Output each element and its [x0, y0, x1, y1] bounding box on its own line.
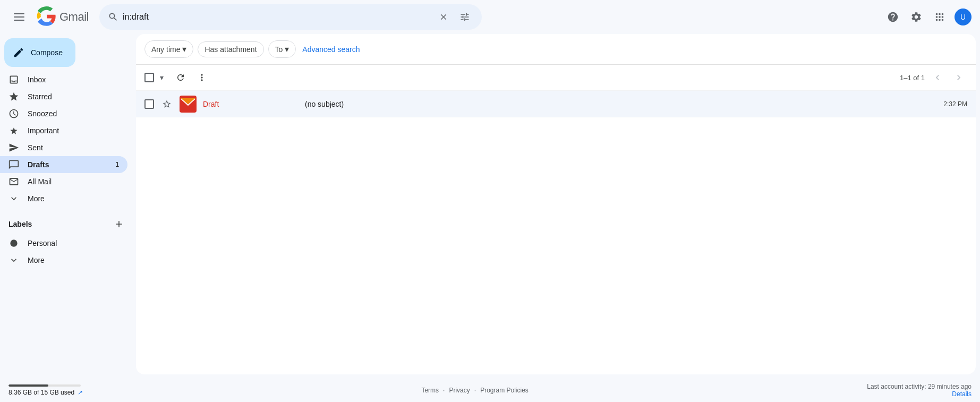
sender-name: Draft — [203, 100, 299, 108]
all-mail-label: All Mail — [28, 177, 119, 186]
search-input-wrapper — [99, 4, 482, 30]
email-time: 2:32 PM — [943, 100, 967, 108]
any-time-chip[interactable]: Any time ▾ — [144, 40, 193, 58]
chevron-right-icon — [953, 72, 964, 83]
search-bar — [99, 4, 482, 30]
compose-button[interactable]: Compose — [4, 38, 75, 67]
has-attachment-chip[interactable]: Has attachment — [198, 41, 263, 57]
content-area: Any time ▾ Has attachment To ▾ Advanced … — [136, 34, 976, 374]
more-icon-2 — [8, 255, 19, 266]
sidebar-item-starred[interactable]: Starred — [0, 88, 127, 105]
privacy-link[interactable]: Privacy — [449, 387, 470, 394]
personal-label: Personal — [28, 239, 119, 247]
avatar[interactable]: U — [955, 8, 972, 25]
close-icon — [439, 12, 448, 22]
personal-icon — [8, 238, 19, 249]
select-all-wrapper: ▾ — [144, 71, 168, 84]
gmail-g-icon — [36, 6, 57, 28]
has-attachment-label: Has attachment — [204, 45, 257, 54]
help-button[interactable] — [882, 6, 904, 28]
storage-bar — [8, 384, 81, 387]
email-toolbar: ▾ 1–1 of 1 — [136, 65, 976, 91]
search-clear-button[interactable] — [435, 8, 452, 25]
storage-fill — [8, 384, 48, 387]
svg-rect-1 — [14, 16, 24, 18]
star-icon — [162, 99, 172, 109]
terms-link[interactable]: Terms — [421, 387, 439, 394]
menu-button[interactable] — [8, 6, 30, 28]
select-all-checkbox[interactable] — [144, 73, 154, 82]
storage-used-text: 8.36 GB of 15 GB used — [8, 389, 74, 396]
draft-icon — [180, 96, 197, 113]
star-button[interactable] — [160, 98, 173, 110]
svg-rect-2 — [14, 20, 24, 21]
sidebar-item-important[interactable]: Important — [0, 122, 127, 139]
footer-left: 8.36 GB of 15 GB used ↗ — [8, 384, 83, 396]
sidebar-item-drafts[interactable]: Drafts 1 — [0, 156, 127, 173]
tune-icon — [459, 12, 470, 22]
labels-title: Labels — [8, 220, 32, 228]
footer-links: Terms · Privacy · Program Policies — [421, 387, 528, 394]
drafts-icon — [8, 159, 19, 170]
drafts-count: 1 — [115, 161, 119, 168]
email-checkbox[interactable] — [144, 99, 154, 109]
sidebar-item-sent[interactable]: Sent — [0, 139, 127, 156]
gmail-logo: Gmail — [36, 6, 89, 28]
search-input[interactable] — [123, 12, 431, 22]
more-icon-1 — [8, 193, 19, 204]
to-label: To — [275, 45, 283, 54]
select-dropdown-button[interactable]: ▾ — [155, 71, 168, 84]
add-icon — [114, 219, 124, 229]
sidebar-item-personal[interactable]: Personal — [0, 235, 127, 252]
sidebar-item-snoozed[interactable]: Snoozed — [0, 105, 127, 122]
important-icon — [8, 125, 19, 136]
important-label: Important — [28, 126, 119, 135]
details-link[interactable]: Details — [952, 390, 972, 398]
svg-rect-0 — [14, 13, 24, 14]
labels-section-header: Labels — [0, 207, 136, 235]
storage-text-row: 8.36 GB of 15 GB used ↗ — [8, 389, 83, 396]
starred-label: Starred — [28, 92, 119, 101]
program-policies-link[interactable]: Program Policies — [480, 387, 529, 394]
topbar: Gmail — [0, 0, 980, 34]
drafts-label: Drafts — [28, 160, 107, 169]
more-label-1: More — [28, 194, 119, 203]
draft-envelope-icon — [181, 98, 195, 110]
more-vert-icon — [197, 72, 207, 83]
search-options-button[interactable] — [456, 8, 473, 25]
topbar-right: U — [882, 6, 972, 28]
add-label-button[interactable] — [110, 216, 127, 233]
any-time-arrow: ▾ — [182, 44, 186, 54]
pagination-info: 1–1 of 1 — [900, 74, 925, 82]
footer: 8.36 GB of 15 GB used ↗ Terms · Privacy … — [0, 379, 980, 402]
svg-rect-6 — [181, 98, 195, 110]
sidebar-item-more2[interactable]: More — [0, 252, 127, 269]
svg-point-4 — [10, 240, 17, 246]
inbox-label: Inbox — [28, 75, 119, 84]
settings-button[interactable] — [906, 6, 927, 28]
sidebar-item-all-mail[interactable]: All Mail — [0, 173, 127, 190]
help-icon — [887, 11, 899, 23]
gmail-logo-text: Gmail — [59, 10, 89, 24]
search-icon — [108, 12, 118, 22]
snoozed-label: Snoozed — [28, 109, 119, 118]
refresh-button[interactable] — [172, 69, 189, 86]
storage-link[interactable]: ↗ — [78, 389, 83, 396]
sidebar: Compose Inbox Starred Snoozed Impor — [0, 34, 136, 379]
inbox-icon — [8, 74, 19, 85]
next-page-button[interactable] — [950, 69, 967, 86]
sidebar-item-inbox[interactable]: Inbox — [0, 71, 127, 88]
email-subject: (no subject) — [305, 100, 937, 108]
apps-icon — [934, 11, 945, 23]
sidebar-item-more1[interactable]: More — [0, 190, 127, 207]
sent-label: Sent — [28, 143, 119, 152]
table-row[interactable]: Draft (no subject) 2:32 PM — [136, 91, 976, 117]
filter-bar: Any time ▾ Has attachment To ▾ Advanced … — [136, 34, 976, 65]
prev-page-button[interactable] — [929, 69, 946, 86]
apps-button[interactable] — [929, 6, 950, 28]
more-actions-button[interactable] — [193, 69, 210, 86]
advanced-search-link[interactable]: Advanced search — [302, 45, 360, 54]
to-chip[interactable]: To ▾ — [268, 40, 296, 58]
settings-icon — [910, 11, 922, 23]
all-mail-icon — [8, 176, 19, 187]
